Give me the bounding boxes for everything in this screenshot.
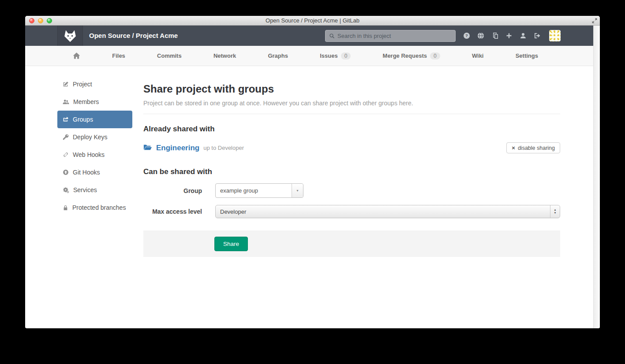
max-access-level-label: Max access level: [143, 208, 215, 215]
project-nav-tabs: Files Commits Network Graphs Issues 0 Me…: [25, 46, 600, 66]
logout-icon[interactable]: [534, 32, 541, 39]
sidebar-item-services[interactable]: Services: [57, 181, 132, 199]
tab-files[interactable]: Files: [112, 52, 125, 59]
key-icon: [63, 134, 69, 140]
folder-open-icon: [143, 145, 152, 152]
tab-network[interactable]: Network: [213, 52, 236, 59]
arrow-circle-up-icon: [63, 169, 69, 175]
gitlab-tanuki-icon: [63, 29, 77, 43]
zoom-window-button[interactable]: [47, 18, 52, 23]
profile-user-icon[interactable]: [520, 32, 527, 39]
fullscreen-icon[interactable]: [591, 18, 598, 24]
tab-settings[interactable]: Settings: [516, 52, 538, 59]
settings-sidebar: Project Members Groups Deploy Keys: [57, 75, 132, 216]
help-icon[interactable]: ?: [463, 32, 470, 39]
search-box[interactable]: [325, 30, 456, 42]
sidebar-item-protected-branches[interactable]: Protected branches: [57, 199, 132, 216]
tab-issues[interactable]: Issues 0: [320, 52, 351, 59]
header-icon-menu: ?: [463, 32, 541, 39]
page-description: Project can be stored in one group at on…: [143, 100, 560, 107]
share-project-panel: Share project with groups Project can be…: [143, 66, 560, 257]
sidebar-item-deploy-keys[interactable]: Deploy Keys: [57, 128, 132, 146]
search-input[interactable]: [337, 33, 452, 39]
divider: [143, 114, 560, 114]
app-header: Open Source / Project Acme ?: [25, 26, 600, 46]
minimize-window-button[interactable]: [38, 18, 43, 23]
close-window-button[interactable]: [29, 18, 34, 23]
new-project-plus-icon[interactable]: [505, 32, 513, 39]
window-title: Open Source / Project Acme | GitLab: [25, 16, 600, 25]
group-form-row: Group example group ▼: [143, 183, 560, 198]
sidebar-item-members[interactable]: Members: [57, 93, 132, 111]
max-access-level-select[interactable]: Developer ▲ ▼: [215, 205, 560, 218]
tab-home[interactable]: [73, 52, 80, 59]
svg-text:?: ?: [465, 33, 468, 38]
user-avatar[interactable]: [549, 30, 561, 41]
tab-graphs[interactable]: Graphs: [268, 52, 288, 59]
explore-globe-icon[interactable]: [477, 32, 484, 39]
already-shared-heading: Already shared with: [143, 125, 560, 134]
shared-group-row: Engineering up to Developer × disable sh…: [143, 142, 560, 153]
snippets-copy-icon[interactable]: [491, 32, 498, 39]
select-stepper-icon: ▲ ▼: [550, 205, 560, 218]
access-form-row: Max access level Developer ▲ ▼: [143, 205, 560, 218]
sidebar-item-groups[interactable]: Groups: [57, 111, 132, 128]
tab-commits[interactable]: Commits: [157, 52, 182, 59]
sidebar-item-git-hooks[interactable]: Git Hooks: [57, 163, 132, 181]
project-breadcrumb: Open Source / Project Acme: [89, 26, 178, 46]
disable-sharing-button[interactable]: × disable sharing: [506, 142, 560, 153]
form-actions: Share: [143, 230, 560, 257]
max-access-level-value: Developer: [216, 208, 550, 215]
pencil-square-icon: [63, 81, 69, 87]
page-title: Share project with groups: [143, 83, 560, 95]
settings-page: Project Members Groups Deploy Keys: [25, 66, 600, 328]
share-square-icon: [63, 116, 69, 123]
browser-window: Open Source / Project Acme | GitLab Open…: [25, 16, 600, 328]
tab-wiki[interactable]: Wiki: [472, 52, 484, 59]
users-icon: [63, 99, 69, 105]
group-select-value: example group: [216, 187, 292, 194]
can-share-heading: Can be shared with: [143, 167, 560, 176]
merge-requests-count-badge: 0: [430, 52, 440, 59]
share-button[interactable]: Share: [214, 237, 248, 251]
chevron-down-icon: ▼: [292, 184, 303, 197]
sidebar-item-web-hooks[interactable]: Web Hooks: [57, 146, 132, 163]
close-x-icon: ×: [512, 145, 515, 151]
shared-group-access-note: up to Developer: [203, 145, 244, 151]
home-icon: [73, 52, 80, 59]
group-label: Group: [143, 187, 215, 194]
titlebar: Open Source / Project Acme | GitLab: [25, 16, 600, 26]
sidebar-item-project[interactable]: Project: [57, 75, 132, 93]
window-scrollbar[interactable]: [593, 26, 600, 328]
lock-icon: [63, 205, 68, 211]
tab-merge-requests[interactable]: Merge Requests 0: [383, 52, 440, 59]
gitlab-logo[interactable]: [57, 26, 83, 46]
shared-group-link[interactable]: Engineering: [156, 144, 199, 152]
cogs-icon: [63, 187, 69, 193]
issues-count-badge: 0: [341, 52, 351, 59]
link-icon: [63, 152, 69, 158]
group-select[interactable]: example group ▼: [215, 183, 303, 198]
search-icon: [329, 33, 335, 39]
window-controls: [29, 18, 52, 23]
